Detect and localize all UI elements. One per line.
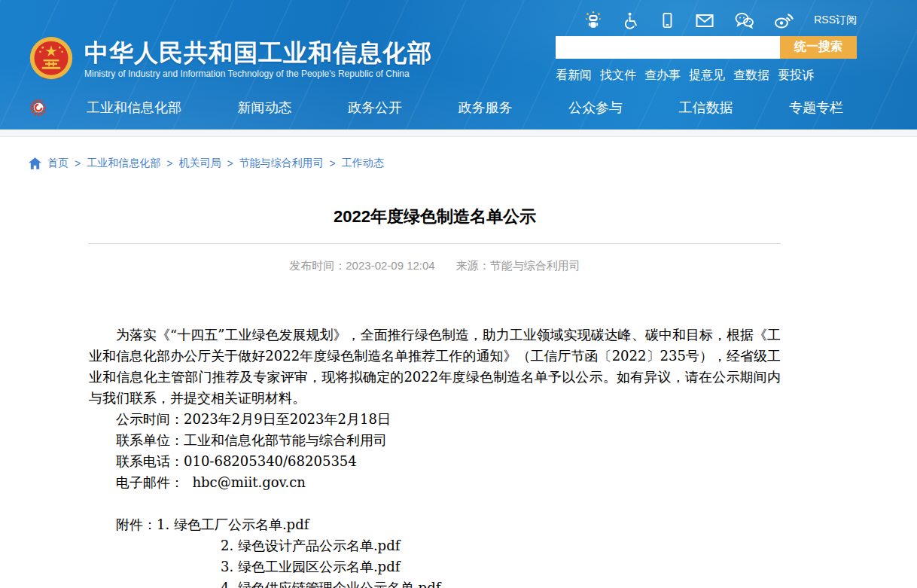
nav-item-special[interactable]: 专题专栏	[789, 99, 843, 117]
article-meta: 发布时间：2023-02-09 12:04来源：节能与综合利用司	[89, 259, 781, 273]
breadcrumb-work-news[interactable]: 工作动态	[342, 157, 384, 170]
attachment-link-green-park[interactable]: 3. 绿色工业园区公示名单.pdf	[89, 556, 781, 577]
public-notice-period-line: 公示时间：2023年2月9日至2023年2月18日	[89, 409, 781, 430]
header-top-bar: RSS订阅	[0, 0, 917, 33]
article-paragraph: 为落实《“十四五”工业绿色发展规划》，全面推行绿色制造，助力工业领域实现碳达峰、…	[89, 324, 781, 409]
nav-item-miit[interactable]: 工业和信息化部	[87, 99, 181, 117]
quick-links-row: 看新闻 找文件 查办事 提意见 查数据 要投诉	[556, 68, 857, 84]
attachment-link-green-supply-chain[interactable]: 4. 绿色供应链管理企业公示名单.pdf	[89, 577, 781, 588]
breadcrumb-miit[interactable]: 工业和信息化部	[87, 157, 160, 170]
site-title-en: Ministry of Industry and Information Tec…	[84, 69, 432, 79]
main-nav: 工业和信息化部 新闻动态 政务公开 政务服务 公众参与 工信数据 专题专栏	[0, 86, 917, 129]
breadcrumb: 首页 > 工业和信息化部 > 机关司局 > 节能与综合利用司 > 工作动态	[0, 137, 917, 170]
mail-icon[interactable]	[695, 11, 714, 29]
national-emblem-icon	[29, 36, 74, 83]
source-label: 来源：	[456, 259, 490, 272]
breadcrumb-separator: >	[227, 157, 233, 169]
site-title-cn: 中华人民共和国工业和信息化部	[84, 40, 432, 66]
source-value: 节能与综合利用司	[490, 259, 580, 272]
quick-link-suggest[interactable]: 提意见	[689, 68, 725, 84]
publish-time-label: 发布时间：	[289, 259, 346, 272]
site-title-block: 中华人民共和国工业和信息化部 Ministry of Industry and …	[84, 40, 432, 79]
breadcrumb-separator: >	[166, 157, 172, 169]
header-main-row: 中华人民共和国工业和信息化部 Ministry of Industry and …	[0, 33, 917, 86]
contact-email-line: 电子邮件： hbc@miit.gov.cn	[89, 472, 781, 493]
accessibility-icon[interactable]	[622, 11, 639, 29]
nav-item-news[interactable]: 新闻动态	[238, 99, 292, 117]
quick-link-files[interactable]: 找文件	[600, 68, 636, 84]
article: 2022年度绿色制造名单公示 发布时间：2023-02-09 12:04来源：节…	[89, 209, 781, 588]
contact-info-block: 公示时间：2023年2月9日至2023年2月18日 联系单位：工业和信息化部节能…	[89, 409, 781, 493]
breadcrumb-separator: >	[330, 157, 336, 169]
contact-unit-line: 联系单位：工业和信息化部节能与综合利用司	[89, 430, 781, 451]
quick-link-services[interactable]: 查办事	[644, 68, 681, 84]
article-body: 为落实《“十四五”工业绿色发展规划》，全面推行绿色制造，助力工业领域实现碳达峰、…	[89, 324, 781, 588]
contact-phone-line: 联系电话：010-68205340/68205354	[89, 451, 781, 472]
wechat-icon[interactable]	[734, 11, 754, 29]
mobile-icon[interactable]	[659, 11, 675, 29]
weibo-icon[interactable]	[774, 11, 794, 29]
nav-item-data[interactable]: 工信数据	[679, 99, 733, 117]
article-title: 2022年度绿色制造名单公示	[89, 209, 781, 225]
quick-link-news[interactable]: 看新闻	[556, 68, 592, 84]
attachments-block: 附件：1. 绿色工厂公示名单.pdf 2. 绿色设计产品公示名单.pdf 3. …	[89, 514, 781, 588]
rss-subscribe-link[interactable]: RSS订阅	[814, 14, 857, 27]
unified-search-button[interactable]: 统一搜索	[780, 36, 857, 59]
nav-item-participation[interactable]: 公众参与	[568, 99, 623, 117]
site-header: RSS订阅 中华人民共和国工业和信息化部 Ministry of In	[0, 0, 917, 129]
breadcrumb-home[interactable]: 首页	[47, 157, 69, 170]
mascot-icon[interactable]	[584, 11, 602, 30]
nav-item-gov-service[interactable]: 政务服务	[458, 99, 513, 117]
breadcrumb-departments[interactable]: 机关司局	[178, 157, 221, 170]
attachment-link-green-design[interactable]: 2. 绿色设计产品公示名单.pdf	[89, 535, 781, 556]
title-divider	[89, 243, 781, 244]
breadcrumb-energy-dept[interactable]: 节能与综合利用司	[239, 157, 324, 170]
header-bottom-strip	[0, 129, 917, 137]
attachment-link-green-factory[interactable]: 1. 绿色工厂公示名单.pdf	[157, 516, 309, 532]
miit-logo-icon	[29, 97, 50, 118]
attachments-label: 附件：	[116, 516, 157, 532]
publish-time-value: 2023-02-09 12:04	[346, 259, 434, 272]
quick-link-data[interactable]: 查数据	[733, 68, 769, 84]
quick-link-complaint[interactable]: 要投诉	[778, 68, 814, 84]
home-icon[interactable]	[29, 157, 41, 169]
breadcrumb-separator: >	[75, 157, 81, 169]
nav-item-gov-open[interactable]: 政务公开	[348, 99, 402, 117]
search-input[interactable]	[556, 36, 780, 59]
header-search-area: 统一搜索 看新闻 找文件 查办事 提意见 查数据 要投诉	[556, 36, 857, 84]
nav-items: 工业和信息化部 新闻动态 政务公开 政务服务 公众参与 工信数据 专题专栏	[87, 99, 843, 117]
